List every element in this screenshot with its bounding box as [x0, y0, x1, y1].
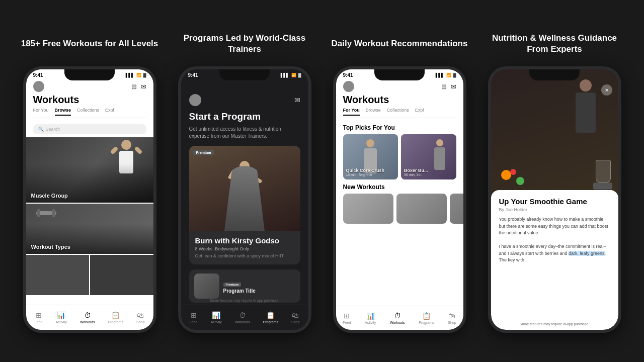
- bottom-nav-3: ⊞ Feed 📊 Activity ⏱ Workouts 📋 Programs: [336, 306, 463, 330]
- bookmark-icon[interactable]: ⊟: [131, 83, 137, 90]
- person-head: [121, 140, 131, 150]
- shop-icon: 🛍: [137, 311, 144, 319]
- feed-icon-2: ⊞: [191, 311, 197, 319]
- p3-workout-grid: Quick Core Crush 10 min, Beginner: [343, 134, 456, 179]
- dumbbell-figure: [36, 211, 56, 215]
- phone-frame-2: 9:41 ▌▌▌ 📶 ▓ ✉ Start a Program Get unlim…: [178, 66, 311, 333]
- man-head: [580, 79, 592, 92]
- p1-tabs: For You Browse Collections Expl: [33, 108, 146, 118]
- nav-activity-2[interactable]: 📊 Activity: [211, 311, 222, 324]
- program-card-2[interactable]: Premium Program Title: [189, 269, 300, 303]
- tab-for-you-1[interactable]: For You: [33, 108, 49, 116]
- tab-collections-3[interactable]: Collections: [387, 108, 409, 116]
- phone-1-headline: 185+ Free Workouts for All Levels: [21, 29, 158, 58]
- tab-collections-1[interactable]: Collections: [77, 108, 99, 116]
- nav-workouts-3[interactable]: ⏱ Workouts: [390, 312, 405, 324]
- p4-top-image: ✕: [491, 69, 618, 200]
- nav-feed-2[interactable]: ⊞ Feed: [190, 311, 198, 324]
- nav-activity-label-3: Activity: [365, 321, 376, 324]
- phone-2-screen: 9:41 ▌▌▌ 📶 ▓ ✉ Start a Program Get unlim…: [181, 69, 308, 330]
- workout-card-2[interactable]: Boxer Bu... 30 min, Int...: [401, 134, 456, 179]
- nav-programs-3[interactable]: 📋 Programs: [419, 312, 434, 324]
- new-workout-3[interactable]: [450, 194, 463, 224]
- p2-header-row: ✉: [189, 94, 300, 106]
- fruit-red: [510, 169, 516, 175]
- wifi-icon: 📶: [136, 73, 141, 77]
- notch-4: [529, 69, 580, 80]
- blender: [593, 160, 613, 190]
- nav-feed-label: Feed: [35, 320, 43, 324]
- workout-card-1-label: Quick Core Crush 10 min, Beginner: [346, 168, 395, 176]
- nav-programs-label-3: Programs: [419, 321, 434, 324]
- nav-programs-1[interactable]: 📋 Programs: [108, 311, 123, 324]
- workout-1-meta: 10 min, Beginner: [346, 173, 395, 176]
- premium-badge-1: Premium: [193, 150, 214, 155]
- p1-workout-grid: Muscle Group Workout Types: [26, 137, 153, 295]
- program-card-2-info: Premium Program Title: [223, 279, 295, 294]
- activity-icon-3: 📊: [366, 312, 375, 320]
- workout-types-card[interactable]: Workout Types: [26, 204, 153, 254]
- nav-shop-3[interactable]: 🛍 Shop: [448, 312, 456, 324]
- nav-feed-1[interactable]: ⊞ Feed: [35, 311, 43, 324]
- nav-activity-label: Activity: [56, 320, 67, 324]
- nav-shop-2[interactable]: 🛍 Shop: [291, 311, 299, 324]
- p3-top-picks-section: Top Picks For You: [336, 120, 463, 184]
- nav-activity-label-2: Activity: [211, 320, 222, 324]
- p2-content: ✉ Start a Program Get unlimited access t…: [181, 79, 308, 311]
- feed-icon-3: ⊞: [344, 312, 350, 320]
- nav-feed-3[interactable]: ⊞ Feed: [343, 312, 351, 324]
- nav-programs-2[interactable]: 📋 Programs: [263, 311, 278, 324]
- phone-frame-3: 9:41 ▌▌▌ 📶 ▓ ⊟ ✉ Workou: [333, 66, 466, 333]
- bookmark-icon-3[interactable]: ⊟: [441, 83, 447, 90]
- status-icons-3: ▌▌▌ 📶 ▓: [436, 73, 456, 77]
- p3-title: Workouts: [343, 94, 456, 106]
- new-workout-2[interactable]: [396, 194, 447, 224]
- p3-header: ⊟ ✉ Workouts For You Browse Collections …: [336, 79, 463, 120]
- p4-article: Up Your Smoothie Game By Joe Holder You …: [491, 190, 618, 330]
- p3-new-workouts-section: New Workouts: [336, 184, 463, 227]
- new-workouts-title: New Workouts: [343, 184, 456, 191]
- mail-icon[interactable]: ✉: [141, 83, 146, 90]
- top-picks-title: Top Picks For You: [343, 124, 456, 131]
- tab-browse-3[interactable]: Browse: [366, 108, 381, 116]
- shop-icon-3: 🛍: [448, 312, 455, 320]
- notch-3: [374, 69, 425, 80]
- blender-cup: [596, 160, 611, 183]
- nav-shop-1[interactable]: 🛍 Shop: [136, 311, 144, 324]
- row-item-1: [26, 255, 90, 295]
- nav-activity-1[interactable]: 📊 Activity: [56, 311, 67, 324]
- person-body: [119, 151, 133, 173]
- programs-icon-2: 📋: [266, 311, 275, 319]
- nav-feed-label-2: Feed: [190, 320, 198, 324]
- nav-shop-label-3: Shop: [448, 321, 456, 324]
- muscle-group-card[interactable]: Muscle Group: [26, 137, 153, 203]
- shop-icon-2: 🛍: [292, 311, 299, 319]
- signal-icon-3: ▌▌▌: [436, 73, 444, 77]
- new-workout-1[interactable]: [343, 194, 393, 224]
- phone-card-1: 185+ Free Workouts for All Levels 9:41 ▌…: [17, 29, 163, 333]
- nav-activity-3[interactable]: 📊 Activity: [365, 312, 376, 324]
- trainer-figure: [189, 146, 300, 231]
- workout-card-1[interactable]: Quick Core Crush 10 min, Beginner: [343, 134, 398, 179]
- nav-workouts-1[interactable]: ⏱ Workouts: [80, 311, 95, 324]
- tab-for-you-3[interactable]: For You: [343, 108, 360, 116]
- person-figure: [119, 140, 133, 173]
- p1-search-bar[interactable]: 🔍 Search: [33, 124, 146, 134]
- activity-icon: 📊: [57, 311, 65, 319]
- nav-workouts-2[interactable]: ⏱ Workouts: [235, 311, 250, 324]
- tab-explore-1[interactable]: Expl: [105, 108, 114, 116]
- tab-explore-3[interactable]: Expl: [415, 108, 424, 116]
- mail-icon-3[interactable]: ✉: [451, 83, 456, 90]
- smoothie-scene: [491, 69, 618, 200]
- program-card-1[interactable]: Premium: [189, 146, 300, 264]
- tab-browse-1[interactable]: Browse: [55, 108, 71, 116]
- p2-mail-icon[interactable]: ✉: [294, 96, 300, 104]
- search-placeholder: Search: [46, 127, 60, 132]
- nav-workouts-label-2: Workouts: [235, 320, 250, 324]
- more-workouts-card[interactable]: [26, 255, 153, 295]
- program-card-1-image: Premium: [189, 146, 300, 231]
- program-1-meta: 8 Weeks, Bodyweight Only: [195, 246, 294, 251]
- battery-icon-3: ▓: [453, 73, 456, 77]
- wifi-icon-2: 📶: [291, 73, 296, 77]
- close-button-4[interactable]: ✕: [601, 84, 612, 96]
